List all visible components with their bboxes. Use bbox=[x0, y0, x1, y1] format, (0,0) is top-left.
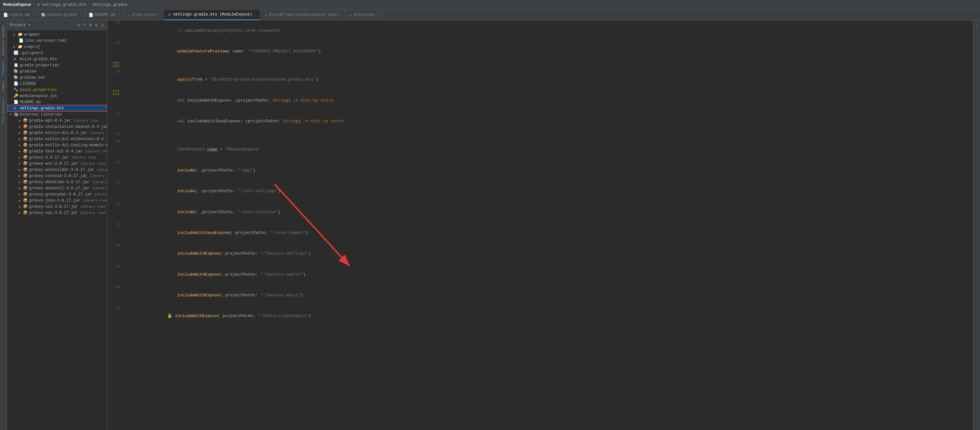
tree-item-gradlew-bat[interactable]: 🐘 gradlew.bat bbox=[7, 74, 107, 81]
panel-header: Project ▾ ⊕ ≡ ≢ ⚙ ✕ bbox=[7, 21, 107, 30]
tab-file-class[interactable]: ☕ File.class ✕ bbox=[124, 10, 164, 20]
title-bar: ModuleExpose › ⚙️ settings.gradle.kts › … bbox=[0, 0, 980, 10]
jar-groovy-icon: 📦 bbox=[23, 155, 28, 160]
tree-item-readme[interactable]: 📄 README.md bbox=[7, 99, 107, 105]
tree-item-gitignore[interactable]: ⬜ .gitignore bbox=[7, 50, 107, 56]
tree-area: ▶ 📁 wrapper 📄 libs.versions.toml ▶ 📁 sub… bbox=[7, 30, 107, 430]
tab-readme-md[interactable]: 📄 README.md ✕ bbox=[86, 10, 124, 20]
tree-item-groovy-ant[interactable]: ▶ 📦 groovy-ant-3.0.17.jar library root bbox=[7, 160, 107, 166]
jar-console-icon: 📦 bbox=[23, 173, 28, 178]
tab-expose-gradle[interactable]: 🐘 expose.gradle ✕ bbox=[38, 10, 86, 20]
tree-item-subproj[interactable]: ▶ 📁 subproj bbox=[7, 44, 107, 50]
code-line-35: 35 include( …projectPaths: ":core:settin… bbox=[107, 181, 973, 201]
prop-icon: 📋 bbox=[14, 63, 19, 68]
close-tab-settings-kts[interactable]: ✕ bbox=[255, 13, 257, 16]
close-tab-readme[interactable]: ✕ bbox=[118, 13, 120, 17]
md-icon: 📄 bbox=[3, 13, 8, 17]
resource-manager-tab[interactable]: Resource Manager bbox=[1, 22, 6, 58]
jar-kotlin-dsl-icon: 📦 bbox=[23, 130, 28, 135]
close-panel-btn[interactable]: ✕ bbox=[100, 22, 104, 29]
tree-item-libs[interactable]: 📄 libs.versions.toml bbox=[7, 38, 107, 44]
jar-test-kit-icon: 📦 bbox=[23, 149, 28, 154]
code-line-29: 29 apply(from = "$rootDir/gradle/expose/… bbox=[107, 70, 973, 90]
tree-item-gradle-test-kit[interactable]: ▶ 📦 gradle-test-kit-8.4.jar library root bbox=[7, 148, 107, 154]
settings-btn[interactable]: ⚙ bbox=[94, 22, 98, 29]
close-tab-extension[interactable]: ✕ bbox=[377, 13, 379, 17]
tree-item-groovy-json[interactable]: ▶ 📦 groovy-json-3.0.17.jar library root bbox=[7, 197, 107, 203]
tree-item-license[interactable]: 📄 LICENSE bbox=[7, 81, 107, 87]
tree-item-local-props[interactable]: 🔧 local.properties bbox=[7, 87, 107, 93]
tab-extra-props[interactable]: ☕ ExtraPropertiesExtension.java ✕ bbox=[260, 10, 345, 20]
ext-icon: ☕ bbox=[348, 13, 353, 17]
editor-wrapper: 26 // implementation(projects.core.resou… bbox=[107, 21, 973, 430]
tree-item-gradle-api[interactable]: ▶ 📦 gradle-api-8.4.jar library root bbox=[7, 117, 107, 124]
tree-item-groovy-console[interactable]: ▶ 📦 groovy-console-3.0.17.jar library ro… bbox=[7, 173, 107, 179]
tree-item-build-gradle[interactable]: ⚙ build.gradle.kts bbox=[7, 56, 107, 62]
jks-icon: 🔑 bbox=[14, 94, 19, 98]
locate-file-btn[interactable]: ⊕ bbox=[76, 22, 81, 29]
tree-item-groovy-datetime[interactable]: ▶ 📦 groovy-datetime-3.0.17.jar library r… bbox=[7, 179, 107, 185]
tree-item-gradle-kotlin-dsl[interactable]: ▶ 📦 gradle-kotlin-dsl-8.4.jar library ro… bbox=[7, 130, 107, 136]
tree-item-settings-gradle-kts[interactable]: ⚙ settings.gradle.kts bbox=[7, 105, 107, 111]
title-settings-gradle-kts[interactable]: ⚙️ settings.gradle.kts bbox=[38, 2, 86, 7]
code-line-34: 34 include( …projectPaths: ":app") bbox=[107, 160, 973, 181]
title-module[interactable]: ModuleExpose bbox=[3, 3, 31, 7]
collapse-all-btn[interactable]: ≡ bbox=[83, 22, 86, 29]
commit-tab[interactable]: Commit bbox=[1, 78, 6, 95]
tree-item-groovy-astbuilder[interactable]: ▶ 📦 groovy-astbuilder-3.0.17.jar library… bbox=[7, 166, 107, 173]
code-line-38: 38 includeWithExpose( projectPaths: ":fe… bbox=[107, 244, 973, 264]
tab-settings-gradle-kts[interactable]: ⚙ settings.gradle.kts (ModuleExpose) ✕ bbox=[164, 10, 260, 20]
close-tab-expose-gradle[interactable]: ✕ bbox=[80, 13, 82, 17]
git-icon: ⬜ bbox=[14, 51, 19, 55]
tree-item-groovy-groovydoc[interactable]: ▶ 📦 groovy-groovydoc-3.0.17.jar library … bbox=[7, 191, 107, 197]
tree-item-moduleexpose-jks[interactable]: 🔑 moduleexpose.jks bbox=[7, 93, 107, 99]
jar-tooling-icon: 📦 bbox=[23, 143, 28, 147]
tree-item-gradle-props[interactable]: 📋 gradle.properties bbox=[7, 62, 107, 68]
tree-item-groovy-sql[interactable]: ▶ 📦 groovy-sql-3.0.17.jar library root bbox=[7, 209, 107, 216]
gradlew-icon: 🐘 bbox=[14, 69, 19, 74]
folder-icon-subproj: 📁 bbox=[18, 44, 23, 49]
class-icon: ☕ bbox=[127, 13, 131, 17]
tree-item-external-libs[interactable]: ▼ 📚 External Libraries bbox=[7, 111, 107, 117]
ext-libs-icon: 📚 bbox=[14, 112, 19, 117]
badge-28: 2 bbox=[113, 62, 119, 67]
pull-requests-tab[interactable]: Pull Requests bbox=[1, 96, 6, 126]
jar-nio-icon: 📦 bbox=[23, 204, 28, 209]
tree-item-wrapper[interactable]: ▶ 📁 wrapper bbox=[7, 31, 107, 38]
tree-item-groovy[interactable]: ▶ 📦 groovy-3.0.17.jar library root bbox=[7, 154, 107, 160]
kts-icon: ⚙ bbox=[167, 12, 172, 17]
tab-expose-md[interactable]: 📄 expose.md ✕ bbox=[0, 10, 38, 20]
right-icon-1[interactable]: ⋮ bbox=[974, 22, 979, 30]
project-panel: Project ▾ ⊕ ≡ ≢ ⚙ ✕ ▶ 📁 wrapper 📄 libs.v… bbox=[7, 21, 107, 430]
title-settings-gradle[interactable]: Settings_gradle bbox=[92, 3, 127, 7]
code-line-37: 37 includeWithJavaExpose( projectPaths: … bbox=[107, 222, 973, 243]
tree-item-groovy-nio[interactable]: ▶ 📦 groovy-nio-3.0.17.jar library root bbox=[7, 203, 107, 209]
project-tab[interactable]: Project bbox=[1, 59, 6, 77]
code-scroll[interactable]: 26 // implementation(projects.core.resou… bbox=[107, 21, 973, 430]
tree-item-gradle-kotlin-dsl-tooling[interactable]: ▶ 📦 gradle-kotlin-dsl-tooling-models-8.4… bbox=[7, 142, 107, 148]
close-tab-file-class[interactable]: ✕ bbox=[158, 13, 160, 17]
jar-groovydoc-icon: 📦 bbox=[23, 192, 28, 197]
jar-astbuilder-icon: 📦 bbox=[23, 167, 28, 172]
tree-item-groovy-dateutil[interactable]: ▶ 📦 groovy-dateutil-3.0.17.jar library r… bbox=[7, 185, 107, 191]
readme-icon: 📄 bbox=[14, 100, 19, 104]
bat-icon: 🐘 bbox=[14, 75, 19, 80]
tree-item-gradlew[interactable]: 🐘 gradlew bbox=[7, 68, 107, 74]
md-readme-icon: 📄 bbox=[89, 13, 94, 17]
tree-item-gradle-kotlin-dsl-ext[interactable]: ▶ 📦 gradle-kotlin-dsl-extensions-8.4.jar… bbox=[7, 136, 107, 142]
code-line-36: 36 include( …projectPaths: ":core:resour… bbox=[107, 202, 973, 222]
toml-icon: 📄 bbox=[19, 38, 24, 43]
expand-btn[interactable]: ≢ bbox=[89, 22, 92, 29]
editor-area: 26 // implementation(projects.core.resou… bbox=[107, 21, 973, 430]
code-line-28: 2 bbox=[107, 62, 973, 70]
tree-item-gradle-installation[interactable]: ▶ 📦 gradle-installation-beacon-8.4.jar l… bbox=[7, 124, 107, 130]
left-vertical-tabs: Resource Manager Project Commit Pull Req… bbox=[0, 21, 7, 430]
close-tab-expose-md[interactable]: ✕ bbox=[33, 13, 35, 17]
badge-30: 1 bbox=[113, 90, 119, 95]
jar-dateutil-icon: 📦 bbox=[23, 186, 28, 190]
jar-installation-icon: 📦 bbox=[23, 124, 28, 129]
close-tab-extra-props[interactable]: ✕ bbox=[339, 13, 341, 17]
code-line-40: 40 includeWithExpose( projectPaths: ":fe… bbox=[107, 285, 973, 306]
license-icon: 📄 bbox=[14, 81, 19, 86]
tab-extension[interactable]: ☕ Extension ✕ bbox=[345, 10, 383, 20]
